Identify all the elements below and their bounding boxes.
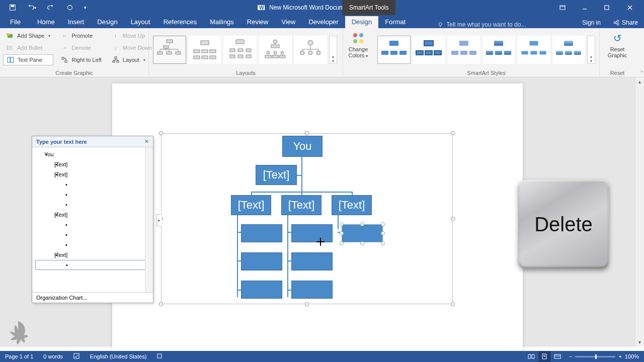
text-pane-item[interactable]: [Text] <box>35 210 150 220</box>
text-pane-item[interactable]: [Text] <box>35 250 150 260</box>
text-pane-item[interactable] <box>35 179 150 190</box>
svg-rect-45 <box>236 40 244 44</box>
text-pane-scrollbar[interactable] <box>145 147 153 292</box>
text-pane-item[interactable] <box>35 200 150 210</box>
change-colors-button[interactable]: Change Colors ▾ <box>346 30 370 61</box>
sign-in-link[interactable]: Sign in <box>576 17 607 28</box>
spellcheck-icon[interactable] <box>68 352 85 360</box>
text-pane-footer[interactable]: Organization Chart... <box>32 292 153 303</box>
collapse-ribbon-icon[interactable]: ˄ <box>640 70 643 76</box>
print-layout-icon[interactable] <box>538 351 551 362</box>
tab-smartart-format[interactable]: Format <box>378 16 412 28</box>
undo-icon[interactable]: ▾ <box>23 2 40 14</box>
smartart-selection-frame[interactable]: ▸ You [Text] [Text] [Text] [Text] <box>161 133 453 304</box>
maximize-icon[interactable] <box>597 2 617 14</box>
smartart-node-child-3[interactable]: [Text] <box>332 195 372 215</box>
text-pane-item[interactable]: [Text] <box>35 169 150 179</box>
text-pane-body[interactable]: You [Text] [Text] [Text] [Text] <box>32 147 153 292</box>
layout-option-4[interactable] <box>259 36 292 64</box>
add-bullet-button[interactable]: Add Bullet <box>3 42 53 53</box>
tab-developer[interactable]: Developer <box>302 16 345 28</box>
vertical-scrollbar[interactable]: ▲ ▼ <box>635 77 644 347</box>
layouts-more-button[interactable]: ▴▾ <box>329 36 337 64</box>
save-icon[interactable] <box>4 2 21 14</box>
tab-insert[interactable]: Insert <box>61 16 91 28</box>
move-up-button[interactable]: ↑Move Up <box>109 30 155 41</box>
add-shape-button[interactable]: Add Shape▾ <box>3 30 53 41</box>
text-pane-item[interactable] <box>35 190 150 200</box>
move-down-button[interactable]: ↓Move Down <box>109 42 155 53</box>
group-create-graphic: Add Shape▾ Add Bullet Text Pane ←Promote… <box>0 28 149 77</box>
layout-button[interactable]: Layout▾ <box>109 54 155 65</box>
zoom-in-icon[interactable]: + <box>618 353 621 359</box>
style-option-1[interactable] <box>377 36 411 64</box>
text-pane-close-icon[interactable]: ✕ <box>144 138 149 145</box>
svg-rect-27 <box>11 57 14 62</box>
layout-option-3[interactable] <box>223 36 257 64</box>
layout-option-2[interactable] <box>188 36 221 64</box>
layout-option-1[interactable] <box>153 36 186 64</box>
text-pane-toggle[interactable]: ▸ <box>156 214 162 226</box>
zoom-controls[interactable]: − + 100% <box>564 353 644 359</box>
style-option-6[interactable] <box>552 36 586 64</box>
smartart-node-leaf[interactable] <box>241 252 282 270</box>
smartart-node-leaf[interactable] <box>291 281 333 299</box>
tab-home[interactable]: Home <box>31 16 61 28</box>
text-pane[interactable]: Type your text here ✕ You [Text] [Text] … <box>32 136 153 303</box>
share-button[interactable]: Share <box>607 17 644 28</box>
ribbon-options-icon[interactable] <box>552 2 573 14</box>
status-words[interactable]: 0 words <box>38 353 68 359</box>
tab-design-main[interactable]: Design <box>91 16 124 28</box>
tab-layout[interactable]: Layout <box>124 16 157 28</box>
status-page[interactable]: Page 1 of 1 <box>0 353 38 359</box>
zoom-level[interactable]: 100% <box>625 353 639 359</box>
minimize-icon[interactable] <box>575 2 595 14</box>
close-icon[interactable] <box>619 2 641 14</box>
style-option-4[interactable] <box>482 36 516 64</box>
status-language[interactable]: English (United States) <box>85 353 152 359</box>
window-controls <box>552 2 644 14</box>
reset-graphic-button[interactable]: ↺ Reset Graphic <box>603 30 632 60</box>
read-mode-icon[interactable] <box>525 351 538 362</box>
smartart-node-leaf[interactable] <box>291 224 333 242</box>
text-pane-item[interactable] <box>35 220 150 230</box>
smartart-node-child-1[interactable]: [Text] <box>231 195 271 215</box>
tab-file[interactable]: File <box>0 16 31 28</box>
layout-option-5[interactable] <box>294 36 327 64</box>
zoom-slider[interactable] <box>575 356 615 357</box>
svg-rect-44 <box>210 56 216 59</box>
smartart-node-root[interactable]: You <box>282 136 323 157</box>
text-pane-item-selected[interactable] <box>35 260 150 270</box>
text-pane-button[interactable]: Text Pane <box>3 54 53 65</box>
qat-customize-icon[interactable]: ▾ <box>80 2 90 14</box>
style-option-3[interactable] <box>447 36 480 64</box>
text-pane-item[interactable]: You <box>35 149 150 159</box>
tab-view[interactable]: View <box>275 16 302 28</box>
promote-button[interactable]: ←Promote <box>57 30 104 41</box>
demote-button[interactable]: →Demote <box>57 42 104 53</box>
right-to-left-button[interactable]: Right to Left <box>57 54 104 65</box>
tab-smartart-design[interactable]: Design <box>345 16 378 28</box>
text-pane-item[interactable] <box>35 240 150 250</box>
smartart-node-leaf[interactable] <box>241 281 282 299</box>
svg-rect-35 <box>157 52 163 54</box>
text-pane-item[interactable] <box>35 230 150 240</box>
smartart-node-leaf[interactable] <box>291 252 333 270</box>
styles-more-button[interactable]: ▴▾ <box>587 36 595 64</box>
text-pane-item[interactable]: [Text] <box>35 159 150 169</box>
smartart-node-leaf[interactable] <box>241 224 282 242</box>
web-layout-icon[interactable] <box>551 351 564 362</box>
smartart-node-selected[interactable] <box>342 224 383 242</box>
style-option-2[interactable] <box>413 36 446 64</box>
smartart-node-assistant[interactable]: [Text] <box>256 165 297 185</box>
tab-review[interactable]: Review <box>240 16 275 28</box>
style-option-5[interactable] <box>517 36 550 64</box>
zoom-out-icon[interactable]: − <box>569 353 572 359</box>
macro-icon[interactable] <box>151 353 168 360</box>
redo-icon[interactable] <box>42 2 59 14</box>
tell-me-search[interactable]: Tell me what you want to do... <box>432 21 576 28</box>
tab-references[interactable]: References <box>157 16 203 28</box>
smartart-node-child-2[interactable]: [Text] <box>281 195 321 215</box>
circle-icon[interactable] <box>61 2 78 14</box>
tab-mailings[interactable]: Mailings <box>203 16 240 28</box>
